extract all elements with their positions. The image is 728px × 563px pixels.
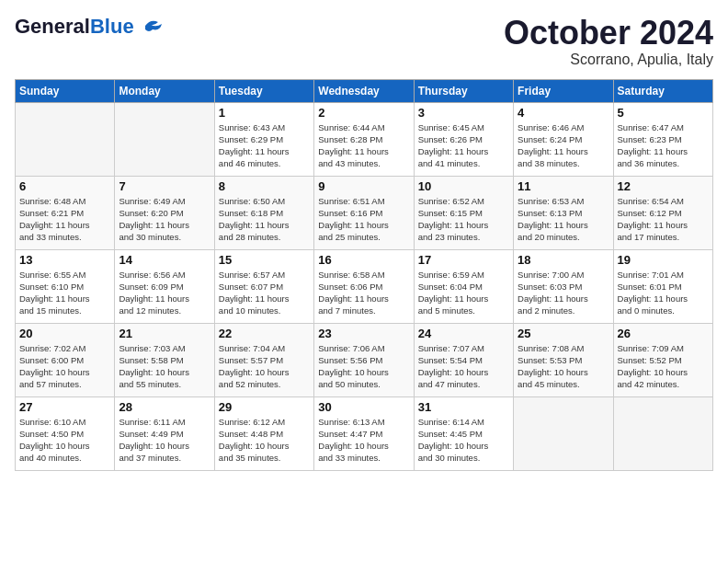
day-info: Sunrise: 6:13 AM Sunset: 4:47 PM Dayligh… — [318, 416, 409, 465]
weekday-header-saturday: Saturday — [613, 79, 712, 102]
day-number: 9 — [318, 179, 409, 193]
weekday-header-thursday: Thursday — [414, 79, 513, 102]
calendar-cell — [613, 396, 712, 470]
day-info: Sunrise: 7:01 AM Sunset: 6:01 PM Dayligh… — [618, 269, 709, 317]
calendar-cell: 3Sunrise: 6:45 AM Sunset: 6:26 PM Daylig… — [414, 102, 513, 176]
day-info: Sunrise: 7:03 AM Sunset: 5:58 PM Dayligh… — [119, 342, 210, 391]
day-number: 29 — [219, 400, 310, 414]
calendar-cell: 1Sunrise: 6:43 AM Sunset: 6:29 PM Daylig… — [214, 102, 313, 176]
day-number: 8 — [219, 179, 310, 193]
calendar-cell: 23Sunrise: 7:06 AM Sunset: 5:56 PM Dayli… — [314, 323, 414, 396]
calendar-cell — [115, 102, 214, 176]
calendar-week-row: 1Sunrise: 6:43 AM Sunset: 6:29 PM Daylig… — [16, 102, 713, 176]
calendar-cell: 26Sunrise: 7:09 AM Sunset: 5:52 PM Dayli… — [613, 323, 712, 396]
day-number: 25 — [518, 327, 609, 340]
calendar-cell: 31Sunrise: 6:14 AM Sunset: 4:45 PM Dayli… — [414, 396, 513, 470]
day-number: 4 — [518, 106, 609, 120]
day-number: 20 — [19, 327, 110, 340]
day-number: 11 — [518, 179, 609, 193]
title-area: October 2024 Scorrano, Apulia, Italy — [504, 15, 713, 68]
calendar-cell: 22Sunrise: 7:04 AM Sunset: 5:57 PM Dayli… — [214, 323, 313, 396]
calendar-cell: 8Sunrise: 6:50 AM Sunset: 6:18 PM Daylig… — [214, 176, 313, 249]
day-number: 22 — [219, 327, 310, 340]
calendar-cell: 15Sunrise: 6:57 AM Sunset: 6:07 PM Dayli… — [214, 249, 313, 323]
calendar-cell: 16Sunrise: 6:58 AM Sunset: 6:06 PM Dayli… — [314, 249, 414, 323]
weekday-header-wednesday: Wednesday — [314, 79, 414, 102]
day-info: Sunrise: 7:07 AM Sunset: 5:54 PM Dayligh… — [418, 342, 509, 391]
day-info: Sunrise: 6:52 AM Sunset: 6:15 PM Dayligh… — [418, 195, 509, 244]
day-number: 17 — [418, 253, 509, 267]
calendar-cell: 17Sunrise: 6:59 AM Sunset: 6:04 PM Dayli… — [414, 249, 513, 323]
day-number: 23 — [318, 327, 409, 340]
weekday-header-tuesday: Tuesday — [214, 79, 313, 102]
weekday-header-sunday: Sunday — [16, 79, 115, 102]
page-header: GeneralBlue October 2024 Scorrano, Apuli… — [15, 15, 713, 68]
day-info: Sunrise: 6:10 AM Sunset: 4:50 PM Dayligh… — [19, 416, 110, 465]
day-number: 28 — [119, 400, 210, 414]
day-info: Sunrise: 6:55 AM Sunset: 6:10 PM Dayligh… — [19, 269, 110, 317]
day-number: 26 — [618, 327, 709, 340]
day-info: Sunrise: 6:58 AM Sunset: 6:06 PM Dayligh… — [318, 269, 409, 317]
day-number: 31 — [418, 400, 509, 414]
day-number: 18 — [518, 253, 609, 267]
day-number: 14 — [119, 253, 210, 267]
weekday-header-friday: Friday — [514, 79, 613, 102]
calendar-cell: 11Sunrise: 6:53 AM Sunset: 6:13 PM Dayli… — [514, 176, 613, 249]
calendar-week-row: 20Sunrise: 7:02 AM Sunset: 6:00 PM Dayli… — [16, 323, 713, 396]
calendar-cell: 25Sunrise: 7:08 AM Sunset: 5:53 PM Dayli… — [514, 323, 613, 396]
day-number: 19 — [618, 253, 709, 267]
calendar-cell: 5Sunrise: 6:47 AM Sunset: 6:23 PM Daylig… — [613, 102, 712, 176]
day-number: 10 — [418, 179, 509, 193]
calendar-cell: 4Sunrise: 6:46 AM Sunset: 6:24 PM Daylig… — [514, 102, 613, 176]
calendar-cell: 20Sunrise: 7:02 AM Sunset: 6:00 PM Dayli… — [16, 323, 115, 396]
calendar-cell: 19Sunrise: 7:01 AM Sunset: 6:01 PM Dayli… — [613, 249, 712, 323]
day-number: 3 — [418, 106, 509, 120]
calendar-cell: 7Sunrise: 6:49 AM Sunset: 6:20 PM Daylig… — [115, 176, 214, 249]
day-info: Sunrise: 6:12 AM Sunset: 4:48 PM Dayligh… — [219, 416, 310, 465]
day-number: 16 — [318, 253, 409, 267]
day-number: 15 — [219, 253, 310, 267]
calendar-week-row: 27Sunrise: 6:10 AM Sunset: 4:50 PM Dayli… — [16, 396, 713, 470]
weekday-header-monday: Monday — [115, 79, 214, 102]
day-info: Sunrise: 6:11 AM Sunset: 4:49 PM Dayligh… — [119, 416, 210, 465]
calendar-cell: 6Sunrise: 6:48 AM Sunset: 6:21 PM Daylig… — [16, 176, 115, 249]
location-subtitle: Scorrano, Apulia, Italy — [504, 52, 713, 68]
calendar-cell: 30Sunrise: 6:13 AM Sunset: 4:47 PM Dayli… — [314, 396, 414, 470]
day-info: Sunrise: 6:56 AM Sunset: 6:09 PM Dayligh… — [119, 269, 210, 317]
day-info: Sunrise: 6:47 AM Sunset: 6:23 PM Dayligh… — [618, 121, 709, 170]
calendar-table: SundayMondayTuesdayWednesdayThursdayFrid… — [15, 79, 713, 471]
day-number: 6 — [19, 179, 110, 193]
calendar-cell: 9Sunrise: 6:51 AM Sunset: 6:16 PM Daylig… — [314, 176, 414, 249]
day-info: Sunrise: 6:14 AM Sunset: 4:45 PM Dayligh… — [418, 416, 509, 465]
logo-bird-icon — [138, 17, 165, 37]
logo-text: GeneralBlue — [15, 15, 134, 39]
calendar-cell: 2Sunrise: 6:44 AM Sunset: 6:28 PM Daylig… — [314, 102, 414, 176]
calendar-cell: 13Sunrise: 6:55 AM Sunset: 6:10 PM Dayli… — [16, 249, 115, 323]
calendar-cell: 12Sunrise: 6:54 AM Sunset: 6:12 PM Dayli… — [613, 176, 712, 249]
day-info: Sunrise: 6:44 AM Sunset: 6:28 PM Dayligh… — [318, 121, 409, 170]
month-title: October 2024 — [504, 15, 713, 52]
day-info: Sunrise: 6:54 AM Sunset: 6:12 PM Dayligh… — [618, 195, 709, 244]
day-number: 13 — [19, 253, 110, 267]
logo: GeneralBlue — [15, 15, 165, 39]
day-info: Sunrise: 7:09 AM Sunset: 5:52 PM Dayligh… — [618, 342, 709, 391]
calendar-cell — [16, 102, 115, 176]
calendar-cell: 24Sunrise: 7:07 AM Sunset: 5:54 PM Dayli… — [414, 323, 513, 396]
day-info: Sunrise: 6:50 AM Sunset: 6:18 PM Dayligh… — [219, 195, 310, 244]
day-number: 2 — [318, 106, 409, 120]
day-info: Sunrise: 6:43 AM Sunset: 6:29 PM Dayligh… — [219, 121, 310, 170]
day-info: Sunrise: 6:48 AM Sunset: 6:21 PM Dayligh… — [19, 195, 110, 244]
day-info: Sunrise: 7:02 AM Sunset: 6:00 PM Dayligh… — [19, 342, 110, 391]
day-info: Sunrise: 6:45 AM Sunset: 6:26 PM Dayligh… — [418, 121, 509, 170]
calendar-cell: 29Sunrise: 6:12 AM Sunset: 4:48 PM Dayli… — [214, 396, 313, 470]
day-info: Sunrise: 6:46 AM Sunset: 6:24 PM Dayligh… — [518, 121, 609, 170]
day-info: Sunrise: 6:53 AM Sunset: 6:13 PM Dayligh… — [518, 195, 609, 244]
day-info: Sunrise: 7:06 AM Sunset: 5:56 PM Dayligh… — [318, 342, 409, 391]
day-info: Sunrise: 6:59 AM Sunset: 6:04 PM Dayligh… — [418, 269, 509, 317]
day-info: Sunrise: 7:04 AM Sunset: 5:57 PM Dayligh… — [219, 342, 310, 391]
calendar-cell: 28Sunrise: 6:11 AM Sunset: 4:49 PM Dayli… — [115, 396, 214, 470]
day-number: 12 — [618, 179, 709, 193]
day-info: Sunrise: 6:57 AM Sunset: 6:07 PM Dayligh… — [219, 269, 310, 317]
day-number: 1 — [219, 106, 310, 120]
day-info: Sunrise: 6:51 AM Sunset: 6:16 PM Dayligh… — [318, 195, 409, 244]
